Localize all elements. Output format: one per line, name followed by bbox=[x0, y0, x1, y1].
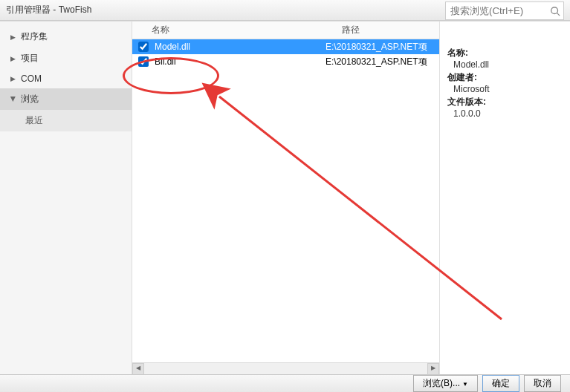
detail-name-label: 名称: bbox=[447, 47, 563, 59]
column-header-path[interactable]: 路径 bbox=[323, 24, 439, 36]
table-row[interactable]: Bll.dll E:\20180321_ASP.NET项 bbox=[132, 54, 439, 69]
detail-name-value: Model.dll bbox=[447, 59, 563, 70]
chevron-right-icon: ▶ bbox=[10, 75, 16, 82]
row-checkbox[interactable] bbox=[138, 56, 149, 67]
reference-list: 名称 路径 Model.dll E:\20180321_ASP.NET项 Bll… bbox=[132, 22, 439, 374]
sidebar-item-assemblies[interactable]: ▶程序集 bbox=[0, 26, 132, 48]
cancel-button[interactable]: 取消 bbox=[524, 375, 561, 392]
footer: 浏览(B)...▼ 确定 取消 bbox=[0, 374, 570, 392]
window-title: 引用管理器 - TwoFish bbox=[6, 4, 91, 16]
cell-name: Bll.dll bbox=[153, 56, 326, 67]
ok-button[interactable]: 确定 bbox=[482, 375, 519, 392]
cell-path: E:\20180321_ASP.NET项 bbox=[326, 41, 439, 53]
browse-button[interactable]: 浏览(B)...▼ bbox=[413, 375, 478, 392]
detail-version-value: 1.0.0.0 bbox=[447, 108, 563, 119]
details-panel: 名称: Model.dll 创建者: Microsoft 文件版本: 1.0.0… bbox=[439, 22, 570, 374]
cell-path: E:\20180321_ASP.NET项 bbox=[326, 56, 439, 68]
scroll-right-button[interactable]: ▶ bbox=[427, 363, 439, 375]
table-row[interactable]: Model.dll E:\20180321_ASP.NET项 bbox=[132, 39, 439, 54]
detail-creator-value: Microsoft bbox=[447, 84, 563, 94]
chevron-right-icon: ▶ bbox=[10, 33, 16, 41]
chevron-down-icon: ▶ bbox=[10, 97, 17, 102]
sidebar-item-com[interactable]: ▶COM bbox=[0, 69, 132, 88]
chevron-right-icon: ▶ bbox=[10, 55, 16, 62]
sidebar-sub-recent[interactable]: 最近 bbox=[0, 110, 132, 131]
sidebar-item-browse[interactable]: ▶浏览 bbox=[0, 88, 132, 110]
cell-name: Model.dll bbox=[153, 42, 326, 52]
detail-version-label: 文件版本: bbox=[447, 96, 563, 108]
column-header-name[interactable]: 名称 bbox=[132, 24, 323, 36]
detail-creator-label: 创建者: bbox=[447, 71, 563, 84]
sidebar-item-projects[interactable]: ▶项目 bbox=[0, 48, 132, 69]
row-checkbox[interactable] bbox=[138, 42, 149, 52]
scroll-left-button[interactable]: ◀ bbox=[132, 363, 144, 375]
dropdown-icon: ▼ bbox=[462, 381, 468, 388]
sidebar: ▶程序集 ▶项目 ▶COM ▶浏览 最近 bbox=[0, 22, 132, 374]
